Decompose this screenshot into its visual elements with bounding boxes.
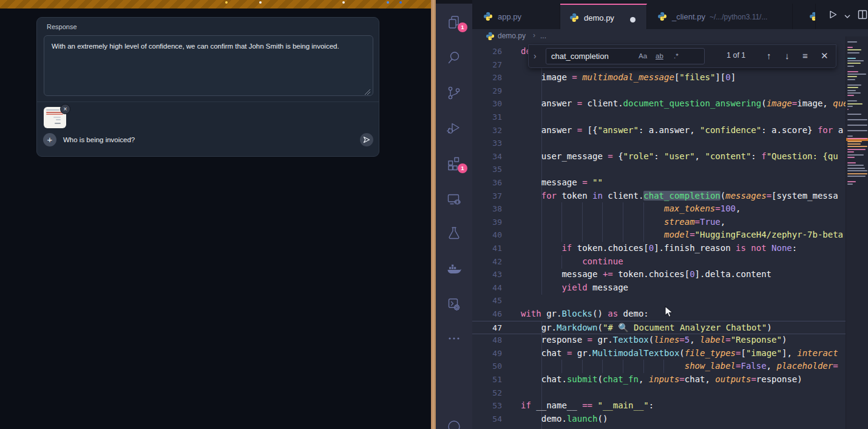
line-number[interactable]: 43 [472,268,502,281]
code-line[interactable]: 54 demo.launch() [472,413,846,426]
code-line[interactable]: 49 chat = gr.MultimodalTextbox(file_type… [472,347,846,360]
sidebar-item-search[interactable] [446,50,462,66]
line-number[interactable]: 52 [472,386,502,400]
line-number[interactable]: 55 [472,425,502,429]
line-number[interactable]: 51 [472,373,502,386]
add-attachment-button[interactable]: + [43,133,56,146]
sidebar-item-tasks[interactable] [446,297,462,312]
code-line[interactable]: 35 [472,163,846,176]
code-line[interactable]: 52 [472,386,846,400]
line-number[interactable]: 37 [472,190,502,203]
find-collapse-chevron[interactable]: › [534,51,537,61]
sidebar-item-remote-explorer[interactable] [446,191,462,207]
line-number[interactable]: 49 [472,347,502,360]
tab-demo-py[interactable]: demo.py [560,4,647,29]
code-line[interactable]: 38 max_tokens=100, [472,202,846,216]
line-number[interactable]: 30 [472,97,502,111]
code-line[interactable]: 50 show_label=False, placeholder= [472,360,846,373]
tab-clipped[interactable] [807,4,816,29]
chat-input-text[interactable]: Who is being invoiced? [63,136,135,143]
breadcrumb-more[interactable]: ... [540,32,546,40]
line-number[interactable]: 42 [472,255,502,269]
line-number[interactable]: 29 [472,84,502,98]
tab-client-py[interactable]: _client.py~/.../python3.11/... [648,4,793,29]
tab-app-py[interactable]: app.py [472,4,560,29]
modified-dot-icon[interactable] [630,17,636,22]
code-line[interactable]: 46with gr.Blocks() as demo: [472,307,846,321]
code-line[interactable]: 28 image = multimodal_message["files"][0… [472,71,846,84]
breadcrumb-file[interactable]: demo.py [498,32,526,40]
breadcrumb[interactable]: demo.py › ... [472,29,868,44]
line-number[interactable]: 48 [472,334,502,347]
code-line[interactable]: 31 [472,111,846,124]
line-number[interactable]: 45 [472,294,502,307]
find-close-button[interactable]: ✕ [821,50,829,61]
code-line[interactable]: 39 stream=True, [472,216,846,229]
line-number[interactable]: 54 [472,413,502,426]
line-number[interactable]: 31 [472,111,502,124]
code-line[interactable]: 48 response = gr.Textbox(lines=5, label=… [472,334,846,347]
line-number[interactable]: 50 [472,360,502,373]
line-number[interactable]: 28 [472,71,502,84]
textarea-resize-handle[interactable] [365,89,370,95]
browser-titlebar[interactable] [0,0,431,9]
search-icon [446,50,462,66]
code-line[interactable]: 53if __name__ == "__main__": [472,399,846,413]
code-line[interactable]: 45 [472,294,846,307]
code-line[interactable]: 30 answer = client.document_question_ans… [472,97,846,111]
code-line[interactable]: 42 continue [472,255,846,269]
match-case-toggle[interactable]: Aa [639,52,647,60]
code-line[interactable]: 36 message = "" [472,176,846,190]
line-number[interactable]: 47 [472,321,502,335]
code-line[interactable]: 44 yield message [472,281,846,295]
sidebar-item-run-debug[interactable] [446,120,462,136]
line-number[interactable]: 35 [472,163,502,176]
line-number[interactable]: 27 [472,58,502,72]
regex-toggle[interactable]: .* [674,52,679,60]
sidebar-item-more[interactable] [446,331,462,346]
run-button[interactable] [827,9,838,22]
find-in-selection-button[interactable]: ≡ [802,50,808,61]
code-line[interactable]: 40 model="HuggingFaceH4/zephyr-7b-beta [472,228,846,242]
whole-word-toggle[interactable]: ab [656,52,663,60]
minimap[interactable] [846,36,868,429]
sidebar-item-account[interactable] [446,419,462,429]
code-line[interactable]: 51 chat.submit(chat_fn, inputs=chat, out… [472,373,846,386]
sidebar-item-source-control[interactable] [446,85,462,101]
code-line[interactable]: 33 [472,137,846,150]
response-textarea[interactable] [44,35,373,96]
line-number[interactable]: 32 [472,124,502,137]
line-number[interactable]: 34 [472,150,502,163]
line-number[interactable]: 38 [472,202,502,216]
minimap-line [847,49,861,50]
line-number[interactable]: 26 [472,45,502,58]
code-line[interactable]: 37 for token in client.chat_completion(m… [472,190,846,203]
code-line[interactable]: 47 gr.Markdown("# 🔍 Document Analyzer Ch… [472,321,846,334]
line-number[interactable]: 39 [472,216,502,229]
split-editor-button[interactable] [857,9,868,22]
line-number[interactable]: 41 [472,242,502,255]
line-number[interactable]: 46 [472,307,502,321]
find-previous-button[interactable]: ↑ [767,50,771,61]
code-line[interactable]: 29 [472,84,846,98]
sidebar-item-docker[interactable] [446,261,462,277]
line-number[interactable]: 36 [472,176,502,190]
sidebar-item-explorer[interactable]: 1 [446,15,462,30]
send-button[interactable] [360,133,373,146]
window-edge-divider[interactable] [431,0,436,429]
code-line[interactable]: 32 answer = [{"answer": a.answer, "confi… [472,124,846,137]
line-number[interactable]: 53 [472,399,502,413]
attachment-close-button[interactable]: × [60,104,70,114]
code-line[interactable]: 41 if token.choices[0].finish_reason is … [472,242,846,255]
line-number[interactable]: 33 [472,137,502,150]
code-line[interactable]: 43 message += token.choices[0].delta.con… [472,268,846,281]
line-number[interactable]: 44 [472,281,502,295]
code-line[interactable]: 34 user_message = {"role": "user", "cont… [472,150,846,163]
line-number[interactable]: 40 [472,228,502,242]
sidebar-item-extensions[interactable]: 1 [446,156,462,171]
code-line[interactable]: 55 [472,425,846,429]
sidebar-item-testing[interactable] [446,225,462,241]
run-dropdown-button[interactable] [844,11,851,22]
find-next-button[interactable]: ↓ [785,50,790,61]
find-input[interactable]: chat_completion Aa ab .* [546,48,705,64]
